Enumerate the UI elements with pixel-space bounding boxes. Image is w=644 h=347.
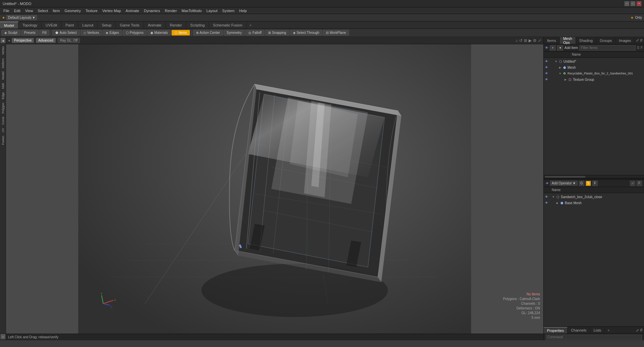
zoom-fit-icon[interactable]: ⊞: [524, 38, 527, 43]
select-through-button[interactable]: ◈ Select Through: [290, 30, 323, 36]
sidebar-tab-vertex[interactable]: Vertex: [1, 45, 5, 56]
tab-animate[interactable]: Animate: [144, 21, 166, 28]
menu-file[interactable]: File: [1, 8, 11, 13]
tab-add[interactable]: +: [247, 21, 254, 28]
ray-gl-button[interactable]: Ray GL: Off: [58, 38, 80, 43]
bottom-tab-add[interactable]: +: [605, 327, 612, 334]
expand-icon[interactable]: ⤢: [538, 38, 541, 43]
sidebar-tab-polygon[interactable]: Polygon: [1, 101, 5, 115]
workplane-button[interactable]: ⊟ WorkPlane: [323, 30, 349, 36]
add-operator-dropdown[interactable]: Add Operator ▼: [550, 181, 578, 186]
bottom-settings-icon[interactable]: F: [640, 328, 643, 332]
materials-button[interactable]: ◉ Materials: [147, 30, 171, 36]
sidebar-tab-fusion[interactable]: Fusion: [1, 134, 5, 146]
bottom-tab-lists[interactable]: Lists: [590, 327, 605, 334]
arrow-mesh[interactable]: ▶: [558, 65, 562, 69]
eye-recyclable[interactable]: 👁: [545, 72, 548, 75]
minimize-button[interactable]: ─: [625, 1, 629, 6]
op-expand-btn[interactable]: ⤢: [630, 181, 635, 186]
menu-item[interactable]: Item: [51, 8, 62, 13]
op-eye-icon[interactable]: 👁: [546, 182, 549, 185]
bottom-tab-properties[interactable]: Properties: [544, 327, 567, 334]
maximize-button[interactable]: □: [631, 1, 635, 6]
sidebar-tab-melt[interactable]: Melt: [1, 82, 5, 90]
items-button[interactable]: ⬡ Items: [171, 30, 190, 36]
items-scrollbar[interactable]: [544, 175, 644, 178]
vertices-button[interactable]: ◇ Vertices: [81, 30, 102, 36]
settings-icon[interactable]: ⚙: [533, 38, 537, 43]
edges-button[interactable]: ◈ Edges: [103, 30, 122, 36]
sidebar-tab-edge[interactable]: Edge: [1, 91, 5, 101]
layout-dropdown[interactable]: Default Layouts ▼: [6, 15, 37, 20]
eye-texture[interactable]: 👁: [545, 78, 548, 81]
menu-view[interactable]: View: [23, 8, 35, 13]
arrow-texture[interactable]: ▶: [563, 77, 567, 81]
op-arrow-base-mesh[interactable]: ▶: [555, 201, 559, 205]
menu-help[interactable]: Help: [237, 8, 249, 13]
menu-geometry[interactable]: Geometry: [62, 8, 83, 13]
tree-item-texture[interactable]: 👁 ▶ ◫ Texture Group: [544, 76, 644, 82]
arrow-untitled[interactable]: ▼: [554, 59, 558, 63]
falloff-button[interactable]: ◎ Falloff: [245, 30, 264, 36]
tab-setup[interactable]: Setup: [98, 21, 116, 28]
op-icon-g[interactable]: G: [579, 181, 584, 186]
tab-game-tools[interactable]: Game Tools: [116, 21, 144, 28]
menu-layout[interactable]: Layout: [204, 8, 219, 13]
rpanel-tab-mesh-ops[interactable]: Mesh Ops: [560, 37, 576, 44]
presets-button[interactable]: Presets: [21, 30, 39, 36]
op-tree-item-base-mesh[interactable]: 👁 ▶ ⬢ Base Mesh: [544, 200, 644, 206]
rpanel-tab-items[interactable]: Items: [544, 37, 560, 44]
menu-system[interactable]: System: [220, 8, 237, 13]
tab-model[interactable]: Model: [0, 21, 18, 28]
auto-select-button[interactable]: ⬟ Auto Select: [52, 30, 80, 36]
sculpt-button[interactable]: ◈ Sculpt: [1, 30, 20, 36]
close-button[interactable]: ✕: [637, 1, 641, 6]
tab-paint[interactable]: Paint: [61, 21, 78, 28]
tab-schematic-fusion[interactable]: Schematic Fusion: [209, 21, 247, 28]
render-icon[interactable]: ▶: [529, 38, 532, 43]
menu-dynamics[interactable]: Dynamics: [142, 8, 162, 13]
menu-vertex-map[interactable]: Vertex Map: [100, 8, 123, 13]
snapping-button[interactable]: ⊞ Snapping: [265, 30, 289, 36]
action-center-button[interactable]: ⊕ Action Center: [193, 30, 223, 36]
sidebar-tab-uv[interactable]: UV: [1, 127, 5, 134]
tab-layout[interactable]: Layout: [78, 21, 98, 28]
menu-texture[interactable]: Texture: [84, 8, 100, 13]
tab-render[interactable]: Render: [166, 21, 186, 28]
sidebar-tab-model[interactable]: Model: [1, 70, 5, 81]
tab-topology[interactable]: Topology: [18, 21, 42, 28]
op-eye-sandwich[interactable]: 👁: [545, 195, 548, 198]
3d-viewport[interactable]: X Y Z No Items Polygons : Catmull-Clark …: [6, 44, 543, 334]
menu-animate[interactable]: Animate: [123, 8, 141, 13]
filter-settings[interactable]: F: [641, 46, 643, 50]
op-eye-base-mesh[interactable]: 👁: [545, 201, 548, 205]
arrow-recyclable[interactable]: ▼: [558, 71, 562, 75]
filter-input[interactable]: [579, 45, 636, 51]
menu-render[interactable]: Render: [163, 8, 179, 13]
tree-item-untitled[interactable]: 👁 ▼ ⬡ Untitled*: [544, 58, 644, 64]
fill-button[interactable]: Fill: [39, 30, 50, 36]
command-input[interactable]: [546, 335, 642, 340]
op-icon-f[interactable]: F: [592, 181, 598, 186]
tree-item-recyclable[interactable]: 👁 ▼ ♻ Recyclable_Plastic_Box_for_2_Sandw…: [544, 70, 644, 76]
eye-mesh[interactable]: 👁: [545, 66, 548, 69]
sidebar-toggle[interactable]: ◂: [1, 38, 5, 43]
add-item-dropdown[interactable]: ▾: [557, 45, 563, 51]
sidebar-tab-curve[interactable]: Curve: [1, 115, 5, 126]
rpanel-tab-images[interactable]: Images: [615, 37, 635, 44]
rpanel-settings-icon[interactable]: F: [640, 39, 643, 43]
refresh-icon[interactable]: ↺: [519, 38, 523, 43]
eye-untitled[interactable]: 👁: [545, 60, 548, 63]
visibility-toggle[interactable]: 👁: [545, 46, 548, 50]
add-item-button[interactable]: +: [550, 45, 556, 51]
op-more-btn[interactable]: F: [637, 181, 642, 186]
symmetry-button[interactable]: Symmetry: [224, 30, 245, 36]
home-icon[interactable]: ⌂: [515, 38, 518, 43]
tree-item-mesh[interactable]: 👁 ▶ ⬢ Mesh: [544, 64, 644, 70]
rpanel-tab-groups[interactable]: Groups: [596, 37, 615, 44]
tab-uvedit[interactable]: UVEdit: [42, 21, 61, 28]
menu-edit[interactable]: Edit: [12, 8, 22, 13]
sidebar-tab-deform[interactable]: Deform: [1, 57, 5, 70]
op-tree-item-sandwich[interactable]: 👁 ▼ ⬡ Sandwich_box_2club_close: [544, 194, 644, 200]
menu-select[interactable]: Select: [36, 8, 50, 13]
